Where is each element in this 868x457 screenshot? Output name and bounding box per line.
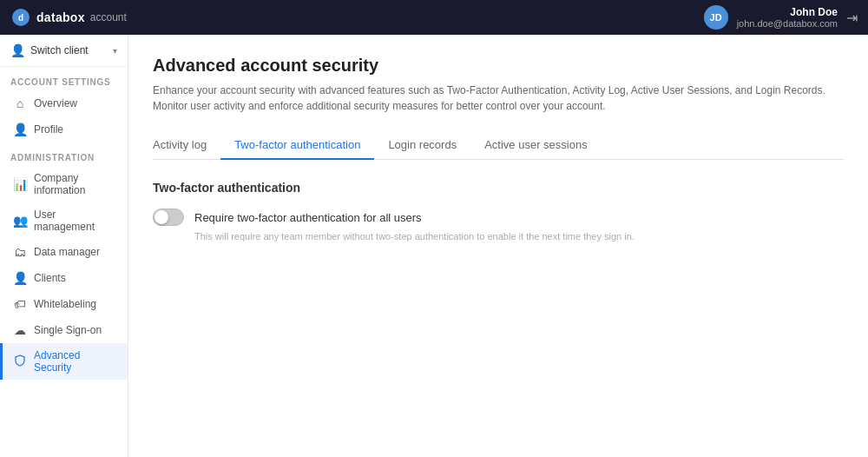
sidebar-item-overview[interactable]: ⌂ Overview [0, 90, 128, 116]
company-icon: 📊 [13, 177, 27, 191]
user-email: john.doe@databox.com [737, 18, 838, 29]
page-description: Enhance your account security with advan… [153, 83, 844, 114]
sidebar-item-clients[interactable]: 👤 Clients [0, 265, 128, 291]
sidebar-item-user-management-label: User management [34, 209, 117, 233]
app-body: 👤 Switch client ▾ ACCOUNT SETTINGS ⌂ Ove… [0, 35, 868, 457]
administration-section-title: ADMINISTRATION [0, 142, 128, 166]
two-factor-toggle-label: Require two-factor authentication for al… [194, 211, 422, 224]
switch-client-icon: 👤 [10, 43, 25, 57]
sidebar-item-advanced-security-label: Advanced Security [34, 349, 117, 374]
clients-icon: 👤 [13, 271, 27, 285]
two-factor-toggle-hint: This will require any team member withou… [153, 231, 844, 242]
two-factor-section-title: Two-factor authentication [153, 181, 844, 195]
sidebar-item-user-management[interactable]: 👥 User management [0, 202, 128, 239]
sidebar: 👤 Switch client ▾ ACCOUNT SETTINGS ⌂ Ove… [0, 35, 128, 457]
databox-logo-icon: d [10, 7, 31, 28]
two-factor-section: Two-factor authentication Require two-fa… [153, 181, 844, 242]
switch-client-button[interactable]: 👤 Switch client ▾ [0, 35, 128, 67]
sidebar-item-sso-label: Single Sign-on [34, 324, 102, 336]
whitelabeling-icon: 🏷 [13, 297, 27, 311]
navbar-right: JD John Doe john.doe@databox.com ⇥ [704, 5, 858, 30]
two-factor-toggle[interactable] [153, 209, 184, 226]
security-icon [13, 354, 27, 369]
tab-activity-log[interactable]: Activity log [153, 131, 220, 160]
chevron-down-icon: ▾ [113, 46, 117, 56]
tab-active-user-sessions[interactable]: Active user sessions [470, 131, 602, 160]
profile-icon: 👤 [13, 123, 27, 136]
sidebar-item-single-sign-on[interactable]: ☁ Single Sign-on [0, 317, 128, 343]
logout-icon[interactable]: ⇥ [846, 10, 858, 26]
tab-login-records[interactable]: Login records [374, 131, 470, 160]
switch-client-label: Switch client [30, 44, 108, 56]
sidebar-item-company-information[interactable]: 📊 Company information [0, 166, 128, 202]
sidebar-item-company-label: Company information [34, 172, 117, 196]
navbar: d databox account JD John Doe john.doe@d… [0, 0, 868, 35]
two-factor-toggle-row: Require two-factor authentication for al… [153, 209, 844, 226]
brand-name: databox [36, 10, 85, 24]
toggle-knob [155, 210, 168, 224]
user-name: John Doe [790, 6, 838, 18]
sidebar-item-clients-label: Clients [34, 272, 66, 284]
sidebar-item-profile[interactable]: 👤 Profile [0, 116, 128, 142]
svg-text:d: d [18, 13, 23, 23]
sidebar-item-whitelabeling[interactable]: 🏷 Whitelabeling [0, 291, 128, 317]
sidebar-item-data-manager[interactable]: 🗂 Data manager [0, 239, 128, 265]
sso-icon: ☁ [13, 323, 27, 337]
navbar-left: d databox account [10, 7, 127, 28]
tab-two-factor-auth[interactable]: Two-factor authentication [220, 131, 374, 160]
tabs: Activity log Two-factor authentication L… [153, 131, 844, 160]
account-settings-section-title: ACCOUNT SETTINGS [0, 67, 128, 90]
account-label: account [90, 11, 127, 23]
sidebar-item-overview-label: Overview [34, 97, 77, 109]
main-content: Advanced account security Enhance your a… [128, 35, 868, 457]
user-info: John Doe john.doe@databox.com [737, 6, 838, 29]
user-avatar: JD [704, 5, 728, 30]
sidebar-item-whitelabeling-label: Whitelabeling [34, 298, 96, 310]
sidebar-item-data-manager-label: Data manager [34, 246, 100, 258]
data-manager-icon: 🗂 [13, 245, 27, 259]
sidebar-item-profile-label: Profile [34, 123, 63, 136]
user-management-icon: 👥 [13, 214, 27, 228]
navbar-logo: d databox account [10, 7, 127, 28]
page-title: Advanced account security [153, 56, 844, 76]
overview-icon: ⌂ [13, 96, 27, 110]
sidebar-item-advanced-security[interactable]: Advanced Security [0, 343, 128, 380]
